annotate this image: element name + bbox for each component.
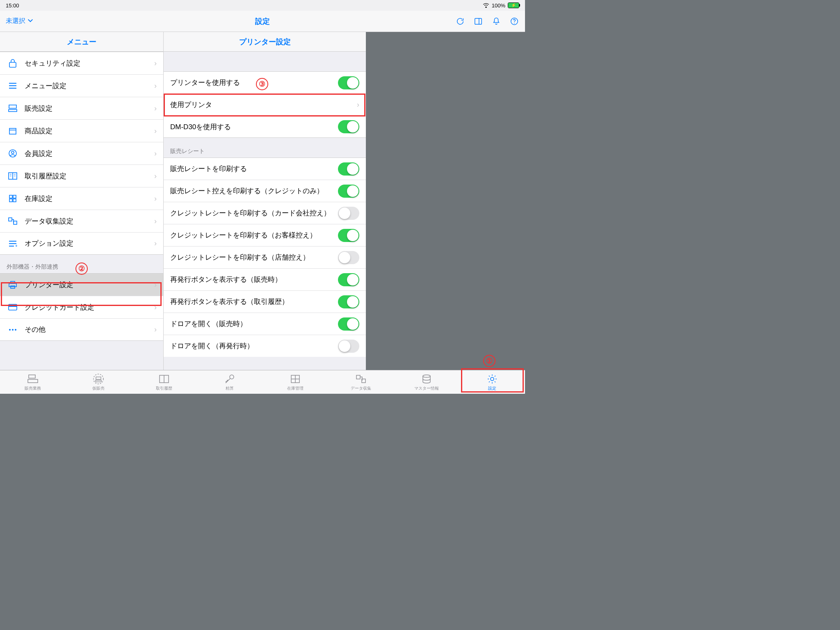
tab-stock[interactable]: 在庫管理	[262, 370, 328, 394]
setting-row: ドロアを開く（販売時）	[164, 313, 366, 335]
sidebar-item-stock[interactable]: 在庫設定 ›	[0, 187, 163, 210]
svg-rect-23	[9, 199, 12, 202]
setting-row: 再発行ボタンを表示する（販売時）	[164, 268, 366, 290]
setting-label: クレジットレシートを印刷する（カード会社控え）	[170, 208, 338, 218]
setting-label: 販売レシート控えを印刷する（クレジットのみ）	[170, 186, 338, 196]
svg-rect-50	[356, 375, 360, 379]
sidebar-item-security[interactable]: セキュリティ設定 ›	[0, 52, 163, 74]
data-icon	[355, 373, 367, 385]
setting-row: 再発行ボタンを表示する（取引履歴）	[164, 290, 366, 313]
tab-label: 精算	[226, 386, 234, 391]
tab-master[interactable]: マスター情報	[394, 370, 459, 394]
register-icon	[27, 373, 39, 385]
svg-rect-40	[28, 379, 38, 383]
svg-rect-26	[14, 221, 17, 224]
setting-row: クレジットレシートを印刷する（カード会社控え）	[164, 202, 366, 224]
status-right: 100% ⚡	[483, 2, 519, 9]
tab-label: 取引履歴	[156, 386, 172, 391]
setting-row: 販売レシート控えを印刷する（クレジットのみ）	[164, 180, 366, 202]
callout-2: ②	[75, 262, 88, 275]
tabbar: 販売業務 仮販売 取引履歴 精算 在庫管理 データ収集 マスター情報 設定	[0, 370, 525, 394]
setting-used-printer[interactable]: 使用プリンタ ›	[164, 94, 366, 116]
setting-label: 使用プリンタ	[170, 100, 357, 110]
svg-rect-25	[9, 218, 12, 221]
tab-settlement[interactable]: 精算	[197, 370, 262, 394]
svg-point-37	[12, 329, 14, 331]
chevron-down-icon	[27, 17, 34, 25]
chevron-right-icon: ›	[154, 149, 157, 158]
sidebar-item-product[interactable]: 商品設定 ›	[0, 119, 163, 142]
svg-rect-9	[9, 105, 16, 108]
toggle[interactable]	[338, 251, 359, 264]
nav-left-selector[interactable]: 未選択	[6, 17, 34, 25]
tab-settings[interactable]: 設定	[459, 370, 525, 394]
card-icon	[7, 304, 19, 311]
tab-label: 在庫管理	[287, 386, 304, 391]
chevron-right-icon: ›	[154, 59, 157, 68]
database-icon	[421, 373, 432, 385]
sidebar-item-credit[interactable]: クレジットカード設定 ›	[0, 296, 163, 318]
svg-rect-42	[96, 377, 101, 379]
svg-rect-24	[13, 199, 16, 202]
chevron-right-icon: ›	[154, 303, 157, 312]
tab-data-collect[interactable]: データ収集	[328, 370, 394, 394]
toggle[interactable]	[338, 162, 359, 176]
setting-row: ドロアを開く（再発行時）	[164, 335, 366, 357]
sidebar-item-option[interactable]: + オプション設定 ›	[0, 232, 163, 255]
setting-dmd30: DM-D30を使用する	[164, 116, 366, 138]
sidebar-item-printer[interactable]: プリンター設定 ›	[0, 273, 163, 296]
setting-label: プリンターを使用する	[170, 78, 338, 87]
sidebar-item-sales[interactable]: 販売設定 ›	[0, 97, 163, 119]
svg-rect-34	[9, 304, 17, 310]
svg-rect-5	[9, 62, 16, 67]
chevron-right-icon: ›	[154, 127, 157, 135]
split-view-icon[interactable]	[473, 16, 483, 26]
help-icon[interactable]	[509, 16, 519, 26]
chevron-right-icon: ›	[154, 172, 157, 180]
setting-row: クレジットレシートを印刷する（お客様控え）	[164, 224, 366, 246]
chevron-right-icon: ›	[154, 104, 157, 113]
tab-history[interactable]: 取引履歴	[131, 370, 197, 394]
setting-label: 再発行ボタンを表示する（販売時）	[170, 275, 338, 284]
toggle-printer-use[interactable]	[338, 76, 359, 89]
printer-icon	[7, 280, 19, 289]
toggle[interactable]	[338, 185, 359, 198]
setting-label: クレジットレシートを印刷する（お客様控え）	[170, 231, 338, 240]
svg-point-38	[15, 329, 16, 331]
bell-icon[interactable]	[491, 16, 501, 26]
refresh-icon[interactable]	[455, 16, 465, 26]
callout-3: ③	[256, 78, 268, 90]
sidebar-item-history[interactable]: 取引履歴設定 ›	[0, 164, 163, 187]
main-header: プリンター設定	[164, 32, 366, 52]
svg-rect-32	[11, 281, 15, 283]
nav-bar: 未選択 設定	[0, 11, 525, 32]
svg-point-4	[514, 23, 515, 23]
tab-sales[interactable]: 販売業務	[0, 370, 66, 394]
tab-provisional[interactable]: 仮販売	[66, 370, 131, 394]
svg-text:+: +	[15, 244, 17, 248]
toggle[interactable]	[338, 340, 359, 353]
chevron-right-icon: ›	[154, 281, 157, 289]
sidebar-item-label: セキュリティ設定	[25, 59, 154, 68]
toggle[interactable]	[338, 273, 359, 286]
sidebar-item-label: 商品設定	[25, 126, 154, 136]
sidebar-item-data-collect[interactable]: データ収集設定 ›	[0, 210, 163, 232]
sidebar-item-other[interactable]: その他 ›	[0, 318, 163, 341]
sidebar: メニュー セキュリティ設定 › メニュー設定 › 販売設定 › 商品設定 › 会…	[0, 32, 163, 370]
toggle-dmd30[interactable]	[338, 120, 359, 133]
svg-point-53	[491, 377, 494, 381]
sidebar-item-member[interactable]: 会員設定 ›	[0, 142, 163, 164]
svg-rect-39	[29, 375, 35, 378]
key-icon	[224, 373, 235, 385]
sidebar-item-menu[interactable]: メニュー設定 ›	[0, 74, 163, 97]
toggle[interactable]	[338, 317, 359, 331]
sidebar-item-label: メニュー設定	[25, 81, 154, 91]
status-time: 15:00	[6, 2, 483, 9]
toggle[interactable]	[338, 295, 359, 308]
toggle[interactable]	[338, 207, 359, 220]
setting-label: クレジットレシートを印刷する（店舗控え）	[170, 253, 338, 262]
svg-rect-22	[13, 195, 16, 198]
toggle[interactable]	[338, 229, 359, 242]
chevron-right-icon: ›	[154, 82, 157, 90]
svg-point-46	[230, 375, 234, 379]
